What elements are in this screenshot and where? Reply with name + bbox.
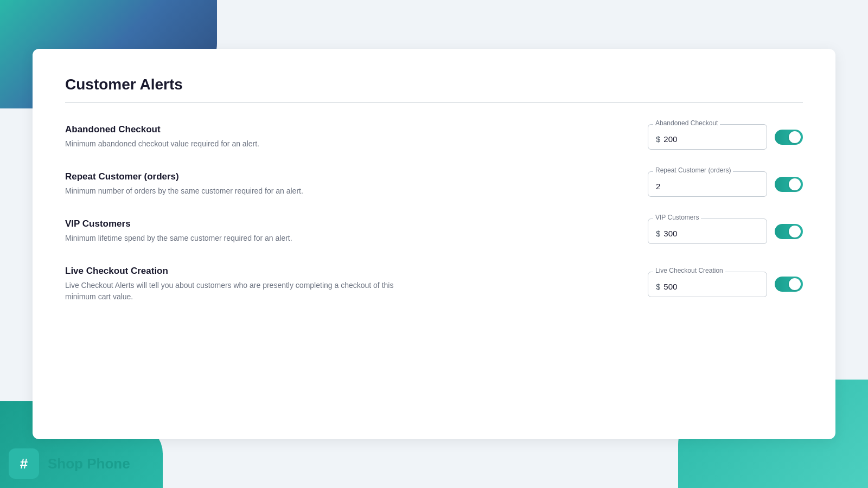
alert-control-live-checkout: Live Checkout Creation $ 500 bbox=[648, 272, 803, 297]
alert-title-repeat-customer: Repeat Customer (orders) bbox=[65, 171, 648, 182]
alert-row-repeat-customer: Repeat Customer (orders) Minimum number … bbox=[65, 171, 803, 197]
alert-control-abandoned-checkout: Abandoned Checkout $ 200 bbox=[648, 124, 803, 150]
field-value-abandoned-checkout: 200 bbox=[663, 134, 677, 144]
alert-info-vip-customers: VIP Customers Minimum lifetime spend by … bbox=[65, 219, 648, 244]
alert-row-vip-customers: VIP Customers Minimum lifetime spend by … bbox=[65, 219, 803, 244]
brand-bar: # Shop Phone bbox=[0, 439, 163, 488]
toggle-repeat-customer[interactable] bbox=[775, 177, 803, 192]
alert-row-abandoned-checkout: Abandoned Checkout Minimum abandoned che… bbox=[65, 124, 803, 150]
currency-symbol-live-checkout: $ bbox=[656, 282, 660, 291]
field-border-repeat-customer: 2 bbox=[648, 171, 767, 197]
currency-symbol-abandoned-checkout: $ bbox=[656, 134, 660, 144]
alert-control-repeat-customer: Repeat Customer (orders) 2 bbox=[648, 171, 803, 197]
alert-info-repeat-customer: Repeat Customer (orders) Minimum number … bbox=[65, 171, 648, 197]
toggle-live-checkout[interactable] bbox=[775, 277, 803, 292]
alert-control-vip-customers: VIP Customers $ 300 bbox=[648, 219, 803, 244]
alerts-container: Abandoned Checkout Minimum abandoned che… bbox=[65, 124, 803, 303]
alert-title-live-checkout: Live Checkout Creation bbox=[65, 266, 648, 277]
fieldset-input-live-checkout: Live Checkout Creation $ 500 bbox=[648, 272, 767, 297]
alert-desc-vip-customers: Minimum lifetime spend by the same custo… bbox=[65, 233, 401, 244]
fieldset-input-repeat-customer: Repeat Customer (orders) 2 bbox=[648, 171, 767, 197]
alert-desc-repeat-customer: Minimum number of orders by the same cus… bbox=[65, 185, 401, 197]
alert-info-abandoned-checkout: Abandoned Checkout Minimum abandoned che… bbox=[65, 124, 648, 150]
field-border-vip-customers: $ 300 bbox=[648, 219, 767, 244]
field-value-live-checkout: 500 bbox=[663, 282, 677, 291]
toggle-abandoned-checkout[interactable] bbox=[775, 130, 803, 145]
field-border-abandoned-checkout: $ 200 bbox=[648, 124, 767, 150]
toggle-vip-customers[interactable] bbox=[775, 224, 803, 239]
field-legend-abandoned-checkout: Abandoned Checkout bbox=[653, 119, 720, 127]
alert-title-abandoned-checkout: Abandoned Checkout bbox=[65, 124, 648, 135]
alert-title-vip-customers: VIP Customers bbox=[65, 219, 648, 229]
field-legend-vip-customers: VIP Customers bbox=[653, 214, 701, 221]
page-title: Customer Alerts bbox=[65, 76, 803, 93]
currency-symbol-vip-customers: $ bbox=[656, 229, 660, 238]
field-border-live-checkout: $ 500 bbox=[648, 272, 767, 297]
alert-desc-live-checkout: Live Checkout Alerts will tell you about… bbox=[65, 280, 401, 303]
alert-row-live-checkout: Live Checkout Creation Live Checkout Ale… bbox=[65, 266, 803, 303]
alert-desc-abandoned-checkout: Minimum abandoned checkout value require… bbox=[65, 138, 401, 150]
field-value-vip-customers: 300 bbox=[663, 229, 677, 238]
brand-icon: # bbox=[9, 448, 39, 479]
alert-info-live-checkout: Live Checkout Creation Live Checkout Ale… bbox=[65, 266, 648, 303]
main-card: Customer Alerts Abandoned Checkout Minim… bbox=[33, 49, 835, 439]
title-divider bbox=[65, 102, 803, 102]
fieldset-input-abandoned-checkout: Abandoned Checkout $ 200 bbox=[648, 124, 767, 150]
field-legend-repeat-customer: Repeat Customer (orders) bbox=[653, 166, 733, 174]
field-value-repeat-customer: 2 bbox=[656, 182, 660, 191]
field-legend-live-checkout: Live Checkout Creation bbox=[653, 267, 725, 274]
fieldset-input-vip-customers: VIP Customers $ 300 bbox=[648, 219, 767, 244]
brand-name: Shop Phone bbox=[48, 455, 130, 472]
